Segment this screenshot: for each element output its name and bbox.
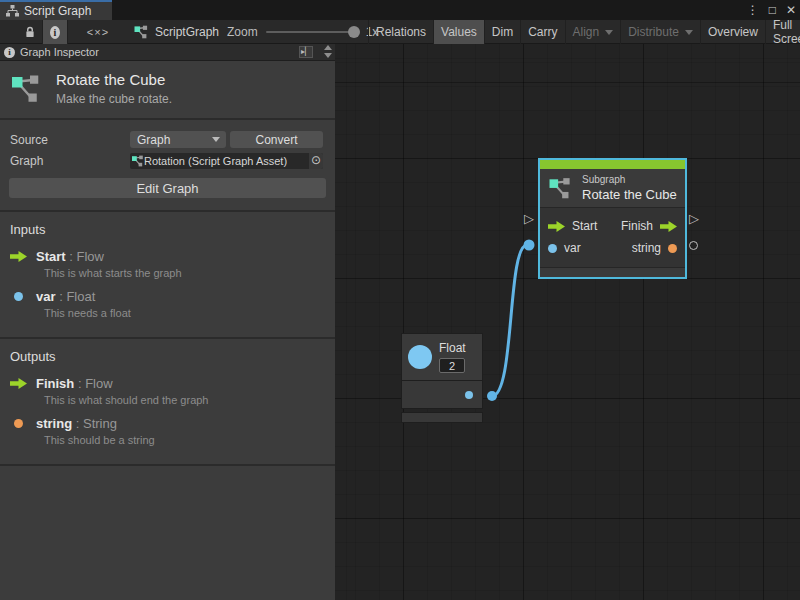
- inputs-header: Inputs: [10, 222, 335, 237]
- value-port-icon: [14, 419, 23, 428]
- panel-scroll-arrows[interactable]: [324, 45, 332, 58]
- node-color-bar: [540, 160, 685, 169]
- scroll-down-icon[interactable]: [324, 53, 332, 58]
- float-node[interactable]: Float 2: [401, 333, 483, 423]
- list-item: string : String This should be a string: [10, 414, 335, 446]
- inputs-section: Inputs Start : Flow This is what starts …: [0, 212, 335, 339]
- script-graph-window: Script Graph ⋮ □ ✕ i <×>: [0, 0, 800, 600]
- overview-button[interactable]: Overview: [700, 20, 765, 44]
- maximize-icon[interactable]: □: [769, 3, 776, 17]
- graph-canvas[interactable]: Float 2 Subgraph Rotate: [335, 44, 800, 600]
- flow-port-icon: [10, 378, 27, 389]
- value-port-icon: [14, 292, 23, 301]
- code-view-button[interactable]: <×>: [76, 20, 120, 44]
- chevron-down-icon: [685, 30, 693, 35]
- graph-icon: [134, 25, 149, 39]
- graph-icon: [132, 155, 144, 167]
- source-dropdown[interactable]: Graph: [130, 131, 226, 148]
- subgraph-node-title: Rotate the Cube: [582, 187, 677, 202]
- outputs-section: Outputs Finish : Flow This is what shoul…: [0, 339, 335, 466]
- subgraph-node-header: Subgraph Rotate the Cube: [540, 169, 685, 208]
- flow-exit-triangle-icon[interactable]: ▷: [689, 212, 699, 225]
- start-input-port[interactable]: Start: [548, 219, 597, 233]
- tab-bar: Script Graph ⋮ □ ✕: [0, 0, 800, 20]
- graph-title-block: Rotate the Cube Make the cube rotate.: [0, 61, 335, 120]
- scroll-up-icon[interactable]: [324, 45, 332, 50]
- close-icon[interactable]: ✕: [786, 3, 796, 17]
- value-port-icon: [668, 244, 677, 253]
- graph-inspector-header: i Graph Inspector ▸▏: [0, 44, 335, 61]
- dock-panel-icon[interactable]: ▸▏: [299, 46, 313, 58]
- zoom-slider-handle[interactable]: [348, 26, 360, 38]
- graph-asset-field[interactable]: Rotation (Script Graph Asset) ⊙: [130, 153, 323, 169]
- convert-button[interactable]: Convert: [230, 131, 323, 148]
- flow-port-icon: [548, 221, 565, 232]
- inspector-toggle-button[interactable]: i: [42, 20, 68, 44]
- values-button[interactable]: Values: [433, 20, 484, 44]
- graph-properties: Source Graph Convert Graph: [0, 120, 335, 212]
- float-node-footer: [401, 412, 483, 423]
- info-icon: i: [4, 47, 15, 58]
- graph-title: Rotate the Cube: [56, 71, 172, 88]
- graph-icon: [10, 74, 44, 104]
- list-item: var : Float This needs a float: [10, 287, 335, 319]
- distribute-button[interactable]: Distribute: [620, 20, 700, 44]
- graph-field-label: Graph: [10, 154, 130, 168]
- value-port-icon: [548, 244, 557, 253]
- float-value-input[interactable]: 2: [439, 358, 465, 373]
- carry-button[interactable]: Carry: [520, 20, 564, 44]
- tab-title: Script Graph: [24, 4, 91, 18]
- float-type-icon: [408, 345, 432, 369]
- graph-inspector-panel: i Graph Inspector ▸▏ Rotate the Cube Mak…: [0, 44, 335, 600]
- graph-icon: [548, 177, 574, 200]
- dim-button[interactable]: Dim: [484, 20, 520, 44]
- graph-toolbar: i <×> ScriptGraph Zoom 1x Relations Valu…: [0, 20, 800, 44]
- finish-output-port[interactable]: Finish: [621, 219, 677, 233]
- subgraph-node[interactable]: Subgraph Rotate the Cube Start Finish: [540, 160, 685, 277]
- panel-title: Graph Inspector: [20, 46, 99, 58]
- outputs-header: Outputs: [10, 349, 335, 364]
- info-icon: i: [50, 26, 60, 39]
- float-node-body: [401, 381, 483, 409]
- connection-wire: [335, 44, 800, 600]
- object-picker-icon[interactable]: ⊙: [309, 153, 323, 169]
- chevron-down-icon: [605, 30, 613, 35]
- zoom-slider[interactable]: [266, 31, 358, 33]
- subgraph-node-footer: [540, 267, 685, 277]
- zoom-label: Zoom: [227, 25, 258, 39]
- lock-button[interactable]: [18, 20, 42, 44]
- lock-icon: [25, 26, 35, 39]
- graph-subtitle: Make the cube rotate.: [56, 92, 172, 106]
- window-menu-icon[interactable]: ⋮: [747, 3, 759, 17]
- string-output-port[interactable]: string: [632, 241, 677, 255]
- flow-port-icon: [10, 251, 27, 262]
- float-output-port[interactable]: [465, 391, 473, 399]
- var-input-port[interactable]: var: [548, 241, 581, 255]
- toolbar-button-group: Relations Values Dim Carry Align Distrib…: [368, 20, 800, 44]
- full-screen-button[interactable]: Full Screen: [765, 20, 800, 44]
- float-node-header: Float 2: [401, 333, 483, 381]
- list-item: Finish : Flow This is what should end th…: [10, 374, 335, 406]
- flow-port-icon: [660, 221, 677, 232]
- align-button[interactable]: Align: [565, 20, 621, 44]
- graph-name-label: ScriptGraph: [155, 25, 219, 39]
- subgraph-ports: Start Finish var string: [540, 208, 685, 265]
- chevron-down-icon: [212, 137, 220, 142]
- relations-button[interactable]: Relations: [368, 20, 433, 44]
- flow-entry-triangle-icon[interactable]: ▷: [524, 212, 534, 225]
- value-exit-circle-icon[interactable]: [689, 241, 698, 250]
- graph-asset-value: Rotation (Script Graph Asset): [144, 155, 309, 167]
- list-item: Start : Flow This is what starts the gra…: [10, 247, 335, 279]
- source-label: Source: [10, 133, 130, 147]
- graph-breadcrumb[interactable]: ScriptGraph: [134, 20, 219, 44]
- edit-graph-button[interactable]: Edit Graph: [9, 178, 326, 198]
- float-node-title: Float: [439, 341, 466, 355]
- tab-script-graph[interactable]: Script Graph: [0, 0, 112, 20]
- subgraph-kind-label: Subgraph: [582, 174, 677, 185]
- script-graph-tab-icon: [6, 5, 19, 17]
- code-icon: <×>: [87, 26, 109, 38]
